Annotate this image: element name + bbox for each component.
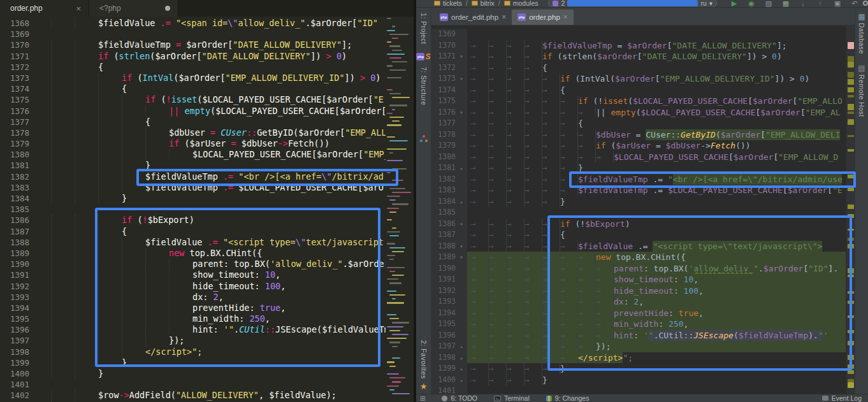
code-line[interactable]: 1376▾→→→→→→→|| empty($LOCAL_PAYED_USER_C… <box>431 107 846 118</box>
line-number[interactable]: 1376 <box>431 107 456 118</box>
code-line[interactable]: 1369 <box>0 29 414 39</box>
line-number[interactable]: 1379 <box>431 140 456 152</box>
code-line[interactable]: 1374{ <box>0 83 414 94</box>
fold-marker-icon[interactable]: ▾ <box>456 107 467 118</box>
line-number[interactable]: 1371 <box>431 51 456 62</box>
fold-marker-icon[interactable]: ▴ <box>456 196 467 208</box>
fold-marker-icon[interactable] <box>456 319 467 330</box>
code-line[interactable]: 1389new top.BX.CHint({ <box>0 248 414 259</box>
code-line[interactable]: 1400▴→→→→} <box>431 375 846 386</box>
line-number[interactable]: 1377 <box>431 118 456 129</box>
line-number[interactable]: 1384 <box>431 196 456 208</box>
fold-marker-icon[interactable] <box>456 85 467 96</box>
fold-marker-icon[interactable] <box>456 174 467 185</box>
code-line[interactable]: 1380→→→→→→→→$LOCAL_PAYED_USER_CACHE[$arO… <box>431 152 846 163</box>
code-line[interactable]: 1400} <box>0 368 414 379</box>
fold-marker-icon[interactable]: ▴ <box>456 352 467 364</box>
code-line[interactable]: 1387→→→→→{ <box>431 229 846 241</box>
status-item-todo[interactable]: 6: TODO <box>442 394 477 402</box>
fold-marker-icon[interactable] <box>456 62 467 74</box>
code-line[interactable]: 1385 <box>0 204 414 215</box>
code-line[interactable]: 1399▴→→→→→} <box>431 363 846 375</box>
line-number[interactable]: 1381 <box>431 162 456 174</box>
run-icon[interactable]: ▶ <box>730 0 739 8</box>
fold-marker-icon[interactable] <box>456 296 467 308</box>
line-number[interactable]: 1397 <box>431 341 456 352</box>
fold-marker-icon[interactable] <box>456 129 467 141</box>
code-line[interactable]: 1396hint: '".CUtil::JSEscape($fieldValue… <box>0 324 414 335</box>
sublime-code-area[interactable]: 1368$fieldValue .= "<span id=\"allow_del… <box>0 17 414 402</box>
code-line[interactable]: 1378→→→→→→→$dbUser = CUser::GetByID($arO… <box>431 129 846 141</box>
fold-marker-icon[interactable]: ▾ <box>456 219 467 230</box>
line-number[interactable]: 1387 <box>431 229 456 241</box>
code-line[interactable]: 1378$dbUser = CUser::GetByID($arOrder["E… <box>0 127 414 138</box>
line-number[interactable]: 1394 <box>431 308 456 319</box>
line-number[interactable]: 1388 <box>431 241 456 252</box>
code-line[interactable]: 1397▴→→→→→→→}); <box>431 341 846 352</box>
code-line[interactable]: 1380$LOCAL_PAYED_USER_CACHE[$arOrder["EM… <box>0 149 414 160</box>
line-number[interactable]: 1400 <box>431 375 456 386</box>
code-line[interactable]: 1375→→→→→→if (!isset($LOCAL_PAYED_USER_C… <box>431 96 846 107</box>
code-line[interactable]: 1374→→→→→{ <box>431 85 846 96</box>
debug-icon[interactable]: ◉ <box>747 0 756 8</box>
line-number[interactable]: 1373 <box>431 73 456 85</box>
code-line[interactable]: 1375if (!isset($LOCAL_PAYED_USER_CACHE[$… <box>0 94 414 105</box>
undo-icon[interactable]: ↶ <box>850 0 859 8</box>
fold-marker-icon[interactable] <box>456 140 467 152</box>
code-line[interactable]: 1392→→→→→→→→hide_timeout: 100, <box>431 285 846 297</box>
code-line[interactable]: 1377{ <box>0 117 414 127</box>
fold-marker-icon[interactable]: ▴ <box>456 363 467 375</box>
breadcrumb-bitrix[interactable]: bitrix <box>472 0 495 7</box>
fold-marker-icon[interactable] <box>456 285 467 297</box>
tool-button-favorites[interactable]: 2: Favorites <box>420 340 428 379</box>
line-number[interactable]: 1385 <box>431 207 456 219</box>
fold-marker-icon[interactable] <box>456 274 467 285</box>
fold-marker-icon[interactable]: ▾ <box>456 241 467 252</box>
code-line[interactable]: 1395→→→→→→→→min_width: 250, <box>431 319 846 330</box>
code-line[interactable]: 1368$fieldValue .= "<span id=\"allow_del… <box>0 18 414 29</box>
status-item-terminal[interactable]: ›_ Terminal <box>494 394 530 402</box>
error-stripe[interactable] <box>846 25 855 394</box>
code-line[interactable]: 1386if (!$bExport) <box>0 215 414 226</box>
code-line[interactable]: 1384▴→→→→→} <box>431 196 846 208</box>
tab-php-unsaved[interactable]: <?php <box>89 0 178 17</box>
line-number[interactable]: 1391 <box>431 274 456 285</box>
code-line[interactable]: 1376|| empty($LOCAL_PAYED_USER_CACHE[$ar… <box>0 106 414 117</box>
structure-molecule-icon[interactable] <box>420 135 428 143</box>
commit-icon[interactable]: ↑ <box>816 0 825 7</box>
code-line[interactable]: 1392hide_timeout: 100, <box>0 281 414 292</box>
code-line[interactable]: 1383→→→→→→$fieldValueTmp .= $LOCAL_PAYED… <box>431 185 846 196</box>
code-line[interactable]: 1398▴→→→→→→</script>"; <box>431 352 846 364</box>
code-line[interactable]: 1391show_timeout: 10, <box>0 269 414 280</box>
code-line[interactable]: 1386▾→→→→→if (!$bExport) <box>431 219 846 230</box>
code-line[interactable]: 1371▾→→→→if (strlen($arOrder["DATE_ALLOW… <box>431 51 846 62</box>
code-line[interactable]: 1379if ($arUser = $dbUser->Fetch()) <box>0 138 414 149</box>
code-line[interactable]: 1391→→→→→→→→show_timeout: 10, <box>431 274 846 285</box>
code-line[interactable]: 1398</script>"; <box>0 347 414 357</box>
tool-button-remote-host[interactable]: Remote Host <box>858 75 865 117</box>
code-line[interactable]: 1372→→→→{ <box>431 62 846 74</box>
code-line[interactable]: 1401 <box>431 385 846 394</box>
code-line[interactable]: 1370$fieldValueTmp = $arOrder["DATE_ALLO… <box>0 39 414 50</box>
code-line[interactable]: 1384} <box>0 193 414 204</box>
diff-icon[interactable]: ▣ <box>833 0 842 8</box>
fold-marker-icon[interactable] <box>456 385 467 394</box>
code-line[interactable]: 1388▾→→→→→→$fieldValue .= "<script type=… <box>431 241 846 252</box>
fold-marker-icon[interactable]: ▾ <box>456 51 467 62</box>
tab-order-edit-php[interactable]: php order_edit.php × <box>434 10 512 25</box>
code-line[interactable]: 1394preventHide: true, <box>0 303 414 313</box>
code-line[interactable]: 1379→→→→→→→if ($arUser = $dbUser->Fetch(… <box>431 140 846 152</box>
line-number[interactable]: 1386 <box>431 219 456 230</box>
line-number[interactable]: 1372 <box>431 62 456 74</box>
fold-marker-icon[interactable] <box>456 29 467 40</box>
fold-marker-icon[interactable] <box>456 185 467 196</box>
line-number[interactable]: 1369 <box>431 29 456 40</box>
code-line[interactable]: 1397}); <box>0 335 414 346</box>
fold-marker-icon[interactable] <box>456 152 467 163</box>
run-configuration-combo[interactable]: 2 ru ▾ <box>548 0 717 8</box>
fold-marker-icon[interactable] <box>456 118 467 129</box>
code-line[interactable]: 1402$row->AddField("ALLOW_DELIVERY", $fi… <box>0 390 414 401</box>
line-number[interactable]: 1392 <box>431 285 456 297</box>
tool-button-structure[interactable]: 7: Structure <box>420 67 428 105</box>
code-line[interactable]: 1389▾→→→→→→→new top.BX.CHint({ <box>431 252 846 263</box>
